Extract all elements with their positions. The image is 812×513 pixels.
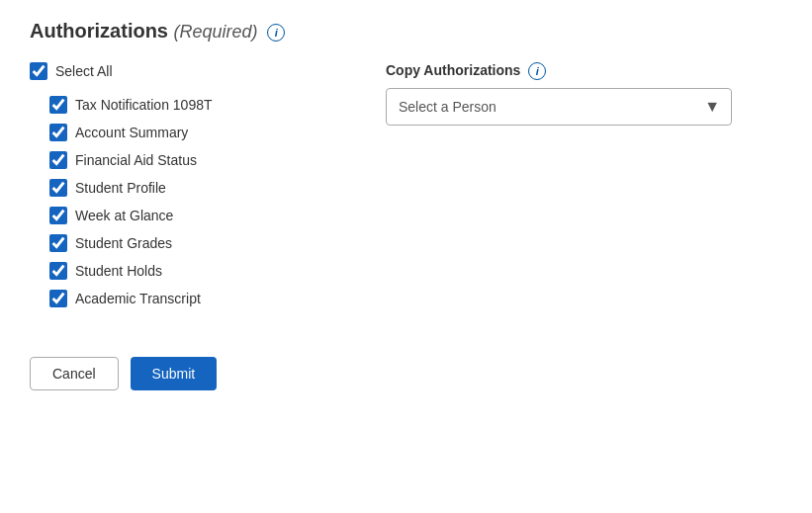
required-label: (Required): [174, 22, 258, 42]
title-text: Authorizations: [30, 20, 168, 42]
label-week-at-glance[interactable]: Week at Glance: [75, 208, 173, 223]
copy-authorizations-label: Copy Authorizations i: [386, 62, 782, 80]
checkbox-item-student-grades: Student Grades: [49, 234, 346, 252]
checkbox-item-academic-transcript: Academic Transcript: [49, 290, 346, 307]
checkbox-item-student-holds: Student Holds: [49, 262, 346, 280]
checkbox-student-profile[interactable]: [49, 179, 67, 197]
page-header: Authorizations (Required) i: [30, 20, 782, 43]
cancel-button[interactable]: Cancel: [30, 357, 119, 390]
checkbox-financial-aid-status[interactable]: [49, 151, 67, 169]
checkbox-account-summary[interactable]: [49, 124, 67, 141]
checkbox-student-grades[interactable]: [49, 234, 67, 252]
label-financial-aid-status[interactable]: Financial Aid Status: [75, 152, 197, 168]
select-person-wrapper: Select a Person ▼: [386, 88, 732, 126]
copy-authorizations-info-icon[interactable]: i: [528, 62, 546, 80]
select-all-row: Select All: [30, 62, 346, 80]
checkbox-week-at-glance[interactable]: [49, 207, 67, 224]
label-student-grades[interactable]: Student Grades: [75, 235, 172, 251]
select-person-dropdown[interactable]: Select a Person: [386, 88, 732, 126]
checkbox-item-tax-1098t: Tax Notification 1098T: [49, 96, 346, 114]
label-student-holds[interactable]: Student Holds: [75, 263, 162, 279]
checkbox-item-student-profile: Student Profile: [49, 179, 346, 197]
checkbox-tax-1098t[interactable]: [49, 96, 67, 114]
label-account-summary[interactable]: Account Summary: [75, 125, 188, 140]
checkbox-item-financial-aid-status: Financial Aid Status: [49, 151, 346, 169]
checkbox-item-account-summary: Account Summary: [49, 124, 346, 141]
select-all-label[interactable]: Select All: [55, 63, 113, 79]
checkbox-item-week-at-glance: Week at Glance: [49, 207, 346, 224]
button-row: Cancel Submit: [30, 357, 782, 390]
checkbox-student-holds[interactable]: [49, 262, 67, 280]
checkboxes-section: Select All Tax Notification 1098T Accoun…: [30, 62, 346, 317]
label-academic-transcript[interactable]: Academic Transcript: [75, 291, 201, 306]
label-tax-1098t[interactable]: Tax Notification 1098T: [75, 97, 213, 113]
copy-section: Copy Authorizations i Select a Person ▼: [386, 62, 782, 317]
content-area: Select All Tax Notification 1098T Accoun…: [30, 62, 782, 317]
authorizations-info-icon[interactable]: i: [267, 24, 285, 42]
page-title: Authorizations (Required) i: [30, 20, 782, 43]
submit-button[interactable]: Submit: [131, 357, 218, 390]
select-all-checkbox[interactable]: [30, 62, 47, 80]
checkbox-academic-transcript[interactable]: [49, 290, 67, 307]
label-student-profile[interactable]: Student Profile: [75, 180, 166, 196]
